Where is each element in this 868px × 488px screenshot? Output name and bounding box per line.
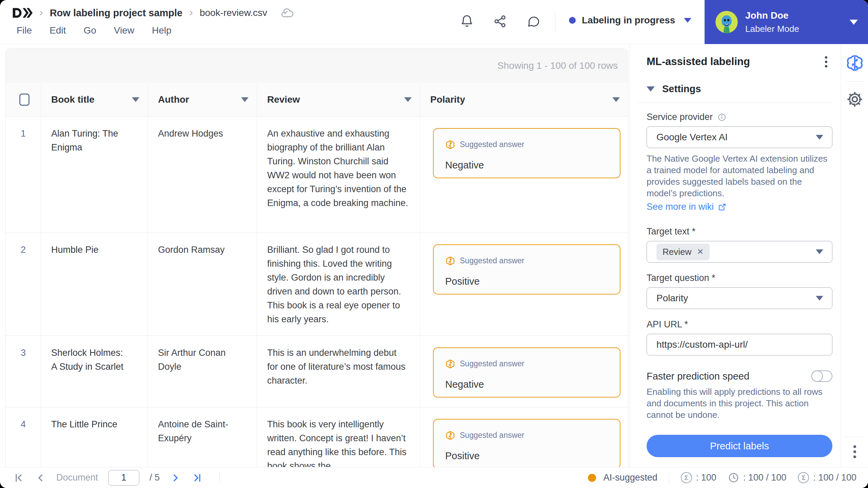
status-selector[interactable]: Labeling in progress (569, 15, 691, 26)
target-question-label: Target question * (647, 273, 832, 283)
reviewed-rows-counter: Σ : 100 / 100 (798, 472, 856, 483)
cell-review[interactable]: An exhaustive and exhausting biography o… (257, 117, 420, 232)
target-text-tag: Review ✕ (656, 244, 710, 260)
next-page-button[interactable] (170, 472, 181, 484)
first-page-button[interactable] (13, 472, 24, 484)
row-number: 2 (6, 233, 41, 336)
cell-polarity: Suggested answer Negative (420, 117, 628, 232)
brain-icon (445, 140, 455, 150)
menu-help[interactable]: Help (152, 25, 172, 36)
grid-toolbar: Showing 1 - 100 of 100 rows (6, 49, 628, 83)
top-actions (460, 14, 540, 29)
footer-divider (669, 472, 669, 484)
cell-book-title[interactable]: The Little Prince (41, 407, 148, 467)
cell-book-title[interactable]: Sherlock Holmes: A Study in Scarlet (41, 336, 148, 407)
suggested-answer-value: Negative (445, 158, 620, 172)
page-number-input[interactable] (108, 470, 139, 486)
last-page-button[interactable] (192, 472, 203, 484)
breadcrumb-project[interactable]: Row labeling project sample (50, 7, 183, 19)
labeled-rows-value: : 100 / 100 (743, 472, 787, 483)
extension-rail (841, 44, 868, 467)
menu-bar: File Edit Go View Help (17, 25, 172, 36)
app-window: › Row labeling project sample › book-rev… (0, 0, 868, 488)
cell-author[interactable]: Andrew Hodges (148, 117, 257, 232)
remove-tag-icon[interactable]: ✕ (697, 247, 704, 257)
select-all-checkbox[interactable] (19, 94, 29, 106)
column-label: Polarity (430, 94, 465, 105)
cell-author[interactable]: Sir Arthur Conan Doyle (148, 336, 257, 407)
rail-kebab-icon[interactable] (853, 445, 856, 458)
ml-assisted-labeling-panel: ML-assisted labeling Settings Service pr… (630, 44, 841, 467)
cell-polarity: Suggested answer Positive (420, 407, 628, 467)
menu-file[interactable]: File (17, 25, 32, 36)
filter-dropdown-icon[interactable] (404, 97, 412, 102)
filter-dropdown-icon[interactable] (612, 97, 620, 102)
suggested-answer-chip[interactable]: Suggested answer Positive (433, 419, 620, 467)
header-polarity: Polarity (420, 83, 628, 116)
suggested-answer-chip[interactable]: Suggested answer Negative (433, 347, 620, 398)
chevron-down-icon (647, 86, 655, 92)
api-url-input[interactable] (647, 334, 832, 355)
datasaur-logo-icon[interactable] (12, 7, 33, 19)
ai-suggested-dot-icon (588, 474, 596, 482)
suggested-answer-chip[interactable]: Suggested answer Negative (433, 128, 620, 178)
chevron-down-icon (684, 18, 691, 23)
grid-header-row: Book title Author Review Polarity (6, 83, 628, 117)
rail-divider (845, 81, 864, 82)
user-menu[interactable]: John Doe Labeler Mode (705, 0, 868, 44)
cell-review[interactable]: This is an underwhelming debut for one o… (257, 336, 420, 407)
breadcrumb: › Row labeling project sample › book-rev… (12, 4, 294, 22)
ml-extension-button[interactable] (841, 54, 868, 73)
page-total: / 5 (150, 472, 160, 483)
cloud-sync-icon (280, 6, 294, 20)
menu-view[interactable]: View (114, 25, 134, 36)
chat-icon[interactable] (526, 14, 540, 29)
menu-go[interactable]: Go (83, 25, 96, 36)
gear-icon (846, 90, 864, 108)
row-number: 4 (6, 407, 41, 467)
header-book-title: Book title (41, 83, 148, 116)
share-icon[interactable] (493, 14, 507, 29)
ai-suggested-label: AI-suggested (604, 472, 657, 483)
predict-labels-button[interactable]: Predict labels (647, 435, 832, 457)
cell-author[interactable]: Gordon Ramsay (148, 233, 257, 336)
chevron-down-icon (816, 296, 823, 301)
cell-author[interactable]: Antoine de Saint-Exupéry (148, 407, 257, 467)
target-text-select[interactable]: Review ✕ (647, 241, 832, 263)
reviewed-rows-value: : 100 / 100 (813, 472, 856, 483)
faster-prediction-description: Enabling this will apply predictions to … (647, 386, 832, 421)
wiki-link[interactable]: See more in wiki (647, 202, 832, 212)
cell-book-title[interactable]: Humble Pie (41, 233, 148, 336)
service-provider-select[interactable]: Google Vertex AI (647, 126, 832, 148)
suggested-answer-value: Positive (445, 449, 620, 463)
bell-icon[interactable] (460, 14, 474, 29)
suggested-answer-chip[interactable]: Suggested answer Positive (433, 244, 620, 294)
cell-review[interactable]: This book is very intelligently written.… (257, 407, 420, 467)
column-label: Review (267, 94, 300, 105)
rail-divider (845, 437, 864, 437)
target-text-label: Target text * (647, 226, 832, 237)
settings-section-label: Settings (662, 83, 701, 95)
faster-prediction-toggle[interactable] (811, 370, 832, 382)
suggested-answer-value: Negative (445, 378, 620, 391)
row-count-status: Showing 1 - 100 of 100 rows (497, 60, 618, 71)
data-grid: Showing 1 - 100 of 100 rows Book title A… (5, 48, 628, 467)
breadcrumb-file[interactable]: book-review.csv (200, 7, 267, 18)
brain-icon (445, 256, 455, 266)
filter-dropdown-icon[interactable] (241, 97, 249, 102)
labeled-rows-counter: : 100 / 100 (728, 472, 787, 483)
kebab-menu-icon[interactable] (825, 56, 827, 67)
settings-section-toggle[interactable]: Settings (647, 83, 832, 95)
previous-page-button[interactable] (35, 472, 46, 484)
menu-edit[interactable]: Edit (50, 25, 66, 36)
cell-review[interactable]: Brilliant. So glad I got round to finish… (257, 233, 420, 336)
settings-extension-button[interactable] (841, 90, 868, 108)
avatar (715, 11, 738, 33)
top-bar: › Row labeling project sample › book-rev… (0, 0, 868, 44)
info-icon[interactable] (717, 113, 726, 122)
status-dot-icon (569, 17, 576, 24)
header-select-all (6, 83, 41, 116)
cell-book-title[interactable]: Alan Turing: The Enigma (41, 117, 148, 232)
target-question-select[interactable]: Polarity (647, 287, 832, 309)
filter-dropdown-icon[interactable] (132, 97, 139, 102)
